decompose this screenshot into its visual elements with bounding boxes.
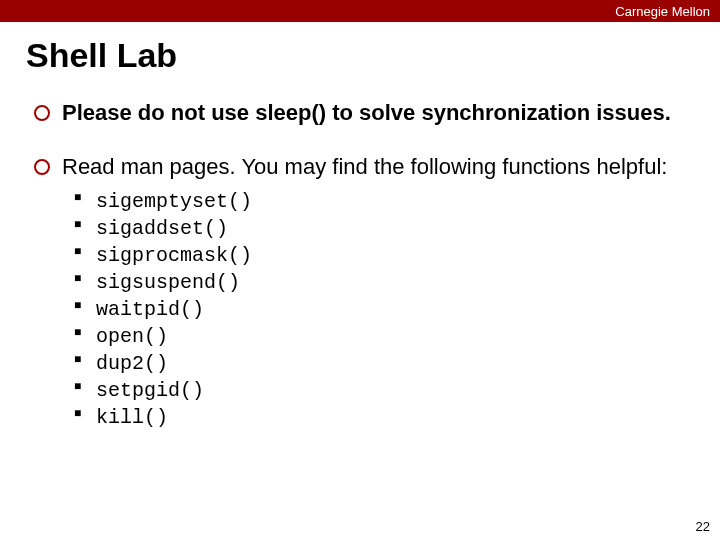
function-item: sigprocmask() xyxy=(70,242,720,269)
function-list: sigemptyset() sigaddset() sigprocmask() … xyxy=(70,188,720,431)
page-number: 22 xyxy=(696,519,710,534)
slide-content: Please do not use sleep() to solve synch… xyxy=(28,99,720,431)
org-name: Carnegie Mellon xyxy=(615,4,710,19)
bullet-list: Please do not use sleep() to solve synch… xyxy=(28,99,720,431)
slide-title: Shell Lab xyxy=(26,36,720,75)
function-item: dup2() xyxy=(70,350,720,377)
function-item: kill() xyxy=(70,404,720,431)
function-item: setpgid() xyxy=(70,377,720,404)
header-banner: Carnegie Mellon xyxy=(0,0,720,22)
bullet-text: Read man pages. You may find the followi… xyxy=(62,154,667,179)
function-item: sigemptyset() xyxy=(70,188,720,215)
bullet-text: Please do not use sleep() to solve synch… xyxy=(62,100,671,125)
function-item: waitpid() xyxy=(70,296,720,323)
slide: Carnegie Mellon Shell Lab Please do not … xyxy=(0,0,720,540)
bullet-item: Read man pages. You may find the followi… xyxy=(28,153,720,432)
function-item: sigsuspend() xyxy=(70,269,720,296)
function-item: sigaddset() xyxy=(70,215,720,242)
function-item: open() xyxy=(70,323,720,350)
bullet-item: Please do not use sleep() to solve synch… xyxy=(28,99,720,127)
